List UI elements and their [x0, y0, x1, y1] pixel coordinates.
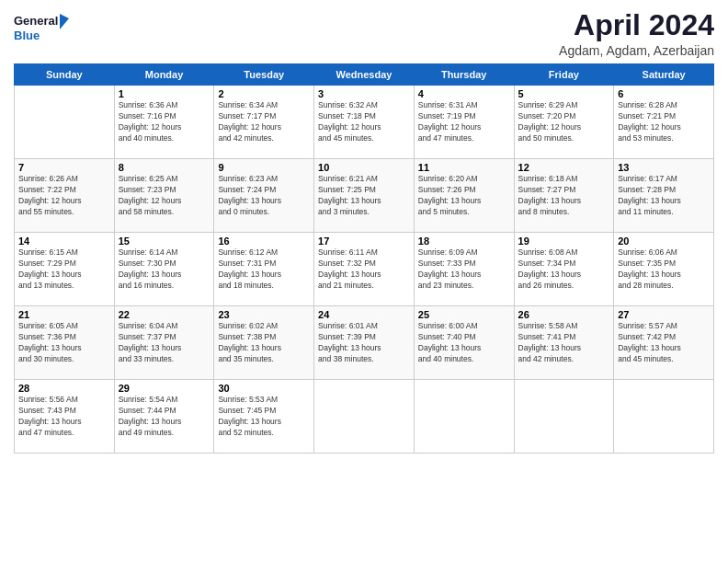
- calendar-table: SundayMondayTuesdayWednesdayThursdayFrid…: [14, 63, 714, 454]
- header: General Blue April 2024 Agdam, Agdam, Az…: [14, 9, 714, 58]
- day-number: 4: [418, 88, 510, 99]
- week-row-1: 1Sunrise: 6:36 AMSunset: 7:16 PMDaylight…: [15, 86, 714, 159]
- col-header-thursday: Thursday: [414, 64, 514, 86]
- day-cell: 8Sunrise: 6:25 AMSunset: 7:23 PMDaylight…: [114, 159, 214, 233]
- day-cell: [15, 86, 115, 159]
- day-info: Sunrise: 6:04 AMSunset: 7:37 PMDaylight:…: [119, 321, 210, 365]
- day-number: 25: [418, 309, 510, 320]
- day-info: Sunrise: 5:56 AMSunset: 7:43 PMDaylight:…: [18, 395, 110, 439]
- day-cell: [614, 380, 714, 454]
- day-cell: 1Sunrise: 6:36 AMSunset: 7:16 PMDaylight…: [114, 86, 214, 159]
- day-info: Sunrise: 6:17 AMSunset: 7:28 PMDaylight:…: [618, 174, 710, 218]
- day-cell: 27Sunrise: 5:57 AMSunset: 7:42 PMDayligh…: [614, 306, 714, 380]
- day-number: 21: [18, 309, 110, 320]
- day-number: 24: [318, 309, 410, 320]
- day-cell: 11Sunrise: 6:20 AMSunset: 7:26 PMDayligh…: [414, 159, 514, 233]
- day-info: Sunrise: 6:00 AMSunset: 7:40 PMDaylight:…: [418, 321, 510, 365]
- svg-marker-2: [60, 14, 69, 29]
- day-info: Sunrise: 6:18 AMSunset: 7:27 PMDaylight:…: [518, 174, 610, 218]
- day-number: 17: [318, 236, 410, 247]
- day-cell: 18Sunrise: 6:09 AMSunset: 7:33 PMDayligh…: [414, 233, 514, 306]
- svg-text:Blue: Blue: [14, 29, 40, 42]
- day-cell: 19Sunrise: 6:08 AMSunset: 7:34 PMDayligh…: [514, 233, 614, 306]
- day-cell: [514, 380, 614, 454]
- day-info: Sunrise: 6:26 AMSunset: 7:22 PMDaylight:…: [18, 174, 110, 218]
- day-cell: 6Sunrise: 6:28 AMSunset: 7:21 PMDaylight…: [614, 86, 714, 159]
- day-info: Sunrise: 6:28 AMSunset: 7:21 PMDaylight:…: [618, 100, 710, 144]
- day-cell: 10Sunrise: 6:21 AMSunset: 7:25 PMDayligh…: [314, 159, 415, 233]
- col-header-tuesday: Tuesday: [214, 64, 314, 86]
- day-cell: 5Sunrise: 6:29 AMSunset: 7:20 PMDaylight…: [514, 86, 614, 159]
- day-number: 19: [518, 236, 610, 247]
- day-info: Sunrise: 6:06 AMSunset: 7:35 PMDaylight:…: [618, 247, 710, 292]
- day-number: 10: [318, 162, 410, 173]
- day-cell: 16Sunrise: 6:12 AMSunset: 7:31 PMDayligh…: [214, 233, 314, 306]
- day-number: 1: [119, 88, 210, 99]
- day-number: 3: [318, 88, 410, 99]
- day-number: 9: [218, 162, 310, 173]
- day-number: 11: [418, 162, 510, 173]
- day-info: Sunrise: 5:54 AMSunset: 7:44 PMDaylight:…: [119, 395, 210, 439]
- day-cell: [414, 380, 514, 454]
- col-header-monday: Monday: [114, 64, 214, 86]
- day-number: 12: [518, 162, 610, 173]
- week-row-2: 7Sunrise: 6:26 AMSunset: 7:22 PMDaylight…: [15, 159, 714, 233]
- day-number: 2: [218, 88, 310, 99]
- day-cell: 22Sunrise: 6:04 AMSunset: 7:37 PMDayligh…: [114, 306, 214, 380]
- month-title: April 2024: [559, 9, 714, 41]
- day-number: 5: [518, 88, 610, 99]
- day-info: Sunrise: 6:20 AMSunset: 7:26 PMDaylight:…: [418, 174, 510, 218]
- day-cell: 3Sunrise: 6:32 AMSunset: 7:18 PMDaylight…: [314, 86, 415, 159]
- day-number: 27: [618, 309, 710, 320]
- day-cell: 12Sunrise: 6:18 AMSunset: 7:27 PMDayligh…: [514, 159, 614, 233]
- day-number: 7: [18, 162, 110, 173]
- week-row-4: 21Sunrise: 6:05 AMSunset: 7:36 PMDayligh…: [15, 306, 714, 380]
- day-cell: 24Sunrise: 6:01 AMSunset: 7:39 PMDayligh…: [314, 306, 415, 380]
- day-number: 16: [218, 236, 310, 247]
- day-info: Sunrise: 6:05 AMSunset: 7:36 PMDaylight:…: [18, 321, 110, 365]
- header-row: SundayMondayTuesdayWednesdayThursdayFrid…: [15, 64, 714, 86]
- col-header-wednesday: Wednesday: [314, 64, 415, 86]
- day-info: Sunrise: 6:09 AMSunset: 7:33 PMDaylight:…: [418, 247, 510, 292]
- logo-svg: General Blue: [14, 9, 69, 46]
- day-number: 15: [119, 236, 210, 247]
- day-number: 20: [618, 236, 710, 247]
- day-info: Sunrise: 6:14 AMSunset: 7:30 PMDaylight:…: [119, 247, 210, 292]
- day-info: Sunrise: 6:25 AMSunset: 7:23 PMDaylight:…: [119, 174, 210, 218]
- day-cell: [314, 380, 415, 454]
- day-number: 13: [618, 162, 710, 173]
- day-info: Sunrise: 6:32 AMSunset: 7:18 PMDaylight:…: [318, 100, 410, 144]
- day-cell: 29Sunrise: 5:54 AMSunset: 7:44 PMDayligh…: [114, 380, 214, 454]
- day-info: Sunrise: 6:08 AMSunset: 7:34 PMDaylight:…: [518, 247, 610, 292]
- logo: General Blue: [14, 9, 69, 46]
- day-info: Sunrise: 5:53 AMSunset: 7:45 PMDaylight:…: [218, 395, 310, 439]
- title-block: April 2024 Agdam, Agdam, Azerbaijan: [559, 9, 714, 58]
- day-info: Sunrise: 6:23 AMSunset: 7:24 PMDaylight:…: [218, 174, 310, 218]
- day-info: Sunrise: 6:34 AMSunset: 7:17 PMDaylight:…: [218, 100, 310, 144]
- day-info: Sunrise: 6:21 AMSunset: 7:25 PMDaylight:…: [318, 174, 410, 218]
- day-info: Sunrise: 6:36 AMSunset: 7:16 PMDaylight:…: [119, 100, 210, 144]
- week-row-3: 14Sunrise: 6:15 AMSunset: 7:29 PMDayligh…: [15, 233, 714, 306]
- day-cell: 17Sunrise: 6:11 AMSunset: 7:32 PMDayligh…: [314, 233, 415, 306]
- main-container: General Blue April 2024 Agdam, Agdam, Az…: [0, 0, 728, 463]
- day-info: Sunrise: 6:01 AMSunset: 7:39 PMDaylight:…: [318, 321, 410, 365]
- col-header-saturday: Saturday: [614, 64, 714, 86]
- day-cell: 2Sunrise: 6:34 AMSunset: 7:17 PMDaylight…: [214, 86, 314, 159]
- day-info: Sunrise: 6:29 AMSunset: 7:20 PMDaylight:…: [518, 100, 610, 144]
- col-header-friday: Friday: [514, 64, 614, 86]
- day-number: 29: [119, 383, 210, 394]
- week-row-5: 28Sunrise: 5:56 AMSunset: 7:43 PMDayligh…: [15, 380, 714, 454]
- day-cell: 20Sunrise: 6:06 AMSunset: 7:35 PMDayligh…: [614, 233, 714, 306]
- day-number: 18: [418, 236, 510, 247]
- day-number: 26: [518, 309, 610, 320]
- day-info: Sunrise: 6:31 AMSunset: 7:19 PMDaylight:…: [418, 100, 510, 144]
- day-cell: 7Sunrise: 6:26 AMSunset: 7:22 PMDaylight…: [15, 159, 115, 233]
- day-number: 22: [119, 309, 210, 320]
- day-cell: 14Sunrise: 6:15 AMSunset: 7:29 PMDayligh…: [15, 233, 115, 306]
- day-cell: 13Sunrise: 6:17 AMSunset: 7:28 PMDayligh…: [614, 159, 714, 233]
- day-info: Sunrise: 6:15 AMSunset: 7:29 PMDaylight:…: [18, 247, 110, 292]
- day-cell: 25Sunrise: 6:00 AMSunset: 7:40 PMDayligh…: [414, 306, 514, 380]
- day-number: 23: [218, 309, 310, 320]
- day-number: 30: [218, 383, 310, 394]
- day-cell: 30Sunrise: 5:53 AMSunset: 7:45 PMDayligh…: [214, 380, 314, 454]
